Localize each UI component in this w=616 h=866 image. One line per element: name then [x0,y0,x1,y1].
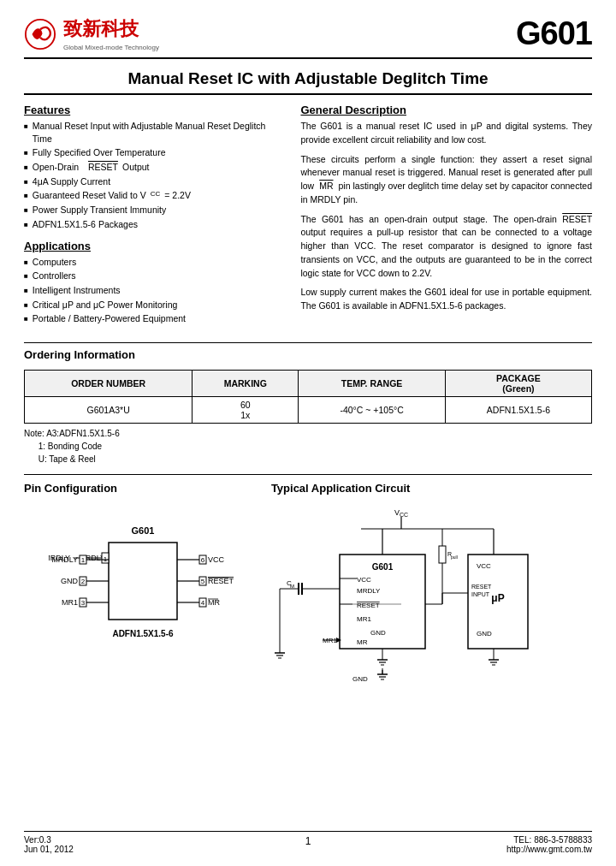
svg-rect-1 [109,543,177,620]
ordering-table: ORDER NUMBER MARKING TEMP. RANGE PACKAGE… [24,370,592,424]
svg-text:3: 3 [81,599,86,607]
features-title: Features [24,104,285,116]
svg-text:RESET: RESET [208,577,234,585]
feature-item: Fully Specified Over Temperature [24,146,285,159]
footer-center-page: 1 [305,835,311,847]
version-text: Ver:0.3 [24,835,74,845]
svg-text:INPUT: INPUT [471,591,490,597]
svg-text:pull: pull [451,555,458,560]
feature-item: Power Supply Transient Immunity [24,204,285,216]
feature-item: 4μA Supply Current [24,175,285,188]
svg-text:ADFN1.5X1.5-6: ADFN1.5X1.5-6 [113,629,175,638]
applications-title: Applications [24,240,285,252]
svg-text:MR1: MR1 [357,615,371,623]
svg-text:RESET: RESET [357,602,380,609]
svg-text:VCC: VCC [208,555,225,564]
logo-chinese: 致新科技 [63,18,139,39]
footer-left: Ver:0.3 Jun 01, 2012 [24,835,74,854]
logo-icon [24,18,56,50]
svg-text:M: M [290,584,294,589]
reset-overline: RESET [88,161,118,174]
svg-text:VCC: VCC [394,508,408,518]
svg-rect-75 [439,546,446,563]
svg-text:MRDLY: MRDLY [357,587,381,595]
svg-text:GND: GND [477,630,492,638]
svg-text:μP: μP [491,592,504,604]
app-circuit-title: Typical Application Circuit [271,482,592,495]
application-item: Intelligent Instruments [24,284,285,297]
logo-area: 致新科技 Global Mixed-mode Technology [24,16,159,51]
cell-marking: 601x [192,396,299,423]
svg-text:5: 5 [201,578,205,585]
applications-list: Computers Controllers Intelligent Instru… [24,256,285,325]
svg-text:VCC: VCC [357,576,371,584]
left-column: Features Manual Reset Input with Adjusta… [24,104,285,334]
pin-diagram: G601 MRDLY 1 MRDLY 1 MRDLY [24,508,263,671]
app-circuit-section: Typical Application Circuit VCC G601 VCC… [271,482,592,693]
feature-item: Open-Drain RESET Output [24,161,285,174]
svg-text:G601: G601 [132,525,155,536]
col-temp-range: TEMP. RANGE [299,370,446,396]
mr-overline: MR [319,181,333,191]
svg-text:GND: GND [61,577,79,585]
ordering-title: Ordering Information [24,348,592,361]
right-column: General Description The G601 is a manual… [300,104,592,334]
pin-config-section: Pin Configuration G601 MRDLY 1 MRDLY [24,482,263,693]
application-item: Portable / Battery-Powered Equipment [24,312,285,325]
desc-para-4: Low supply current makes the G601 ideal … [300,286,592,313]
col-package: PACKAGE(Green) [445,370,591,396]
svg-text:VCC: VCC [477,562,491,570]
date-text: Jun 01, 2012 [24,845,74,854]
footer-right: TEL: 886-3-5788833 http://www.gmt.com.tw [506,835,592,854]
part-number: G601 [516,15,592,52]
logo-subtitle: Global Mixed-mode Technology [63,44,159,51]
header: 致新科技 Global Mixed-mode Technology G601 [24,15,592,59]
two-column-section: Features Manual Reset Input with Adjusta… [24,104,592,334]
page: 致新科技 Global Mixed-mode Technology G601 M… [0,0,616,866]
feature-item: Guaranteed Reset Valid to VCC = 2.2V [24,189,285,202]
cell-package: ADFN1.5X1.5-6 [445,396,591,423]
cell-order-number: G601A3*U [25,396,192,423]
features-list: Manual Reset Input with Adjustable Manua… [24,120,285,231]
website-text: http://www.gmt.com.tw [506,845,592,854]
col-marking: MARKING [192,370,299,396]
main-title: Manual Reset IC with Adjustable Deglitch… [24,64,592,95]
svg-text:MR: MR [357,638,368,646]
svg-text:MR: MR [208,598,220,607]
svg-text:RESET: RESET [471,584,492,590]
table-row: G601A3*U 601x -40°C ~ +105°C ADFN1.5X1.5… [25,396,592,423]
ordering-notes: Note: A3:ADFN1.5X1.5-6 1: Bonding Code U… [24,427,592,466]
pin-config-title: Pin Configuration [24,482,263,495]
svg-text:6: 6 [201,556,205,564]
application-item: Critical μP and μC Power Monitoring [24,299,285,311]
app-circuit-svg: VCC G601 VCC MRDLY C [271,503,536,691]
svg-text:2: 2 [81,578,86,585]
svg-text:1: 1 [81,556,86,564]
cell-temp-range: -40°C ~ +105°C [299,396,446,423]
ordering-section: Ordering Information ORDER NUMBER MARKIN… [24,342,592,466]
reset-overline2: RESET [562,214,592,224]
pin-diagram-svg: G601 MRDLY 1 MRDLY 1 MRDLY [49,508,237,671]
svg-text:G601: G601 [372,562,394,572]
svg-text:MRDLY: MRDLY [52,555,79,564]
desc-para-1: The G601 is a manual reset IC used in μP… [300,120,592,147]
col-order-number: ORDER NUMBER [25,370,192,396]
svg-text:GND: GND [352,675,368,683]
desc-para-2: These circuits perform a single function… [300,153,592,207]
svg-text:GND: GND [370,629,386,637]
application-item: Controllers [24,270,285,282]
svg-text:MR1: MR1 [62,598,78,607]
feature-item: ADFN1.5X1.5-6 Packages [24,218,285,231]
svg-text:4: 4 [201,599,205,607]
feature-item: Manual Reset Input with Adjustable Manua… [24,120,285,145]
footer: Ver:0.3 Jun 01, 2012 1 TEL: 886-3-578883… [24,831,592,854]
general-desc-title: General Description [300,104,592,116]
application-item: Computers [24,256,285,269]
logo-text-area: 致新科技 Global Mixed-mode Technology [63,16,159,51]
desc-para-3: The G601 has an open-drain output stage.… [300,213,592,281]
tel-text: TEL: 886-3-5788833 [506,835,592,845]
bottom-section: Pin Configuration G601 MRDLY 1 MRDLY [24,474,592,693]
